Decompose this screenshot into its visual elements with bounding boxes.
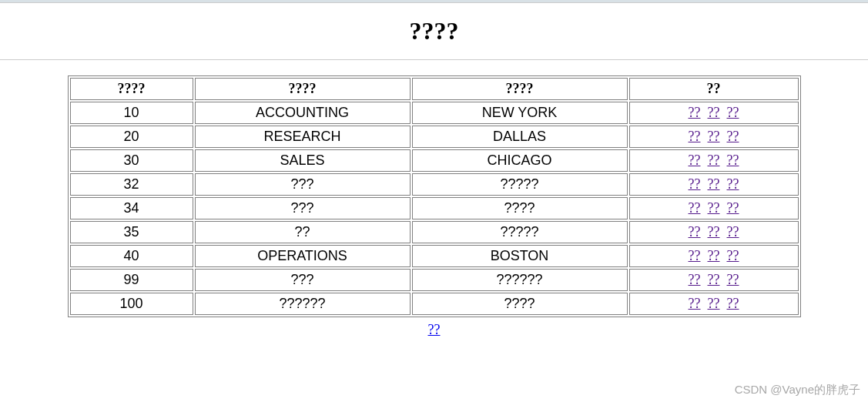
cell-ops: ?? ?? ?? bbox=[629, 245, 799, 267]
op-link-b[interactable]: ?? bbox=[708, 272, 720, 287]
cell-loc: BOSTON bbox=[412, 245, 628, 267]
table-container: ???? ???? ???? ?? 10ACCOUNTINGNEW YORK??… bbox=[0, 75, 868, 317]
op-link-a[interactable]: ?? bbox=[689, 248, 701, 263]
op-link-a[interactable]: ?? bbox=[689, 129, 701, 144]
cell-ops: ?? ?? ?? bbox=[629, 197, 799, 219]
op-link-a[interactable]: ?? bbox=[689, 105, 701, 120]
op-link-a[interactable]: ?? bbox=[689, 176, 701, 192]
op-link-b[interactable]: ?? bbox=[708, 248, 720, 263]
cell-name: RESEARCH bbox=[195, 126, 411, 148]
op-link-c[interactable]: ?? bbox=[727, 105, 739, 120]
op-link-c[interactable]: ?? bbox=[727, 248, 739, 263]
op-link-c[interactable]: ?? bbox=[727, 129, 739, 144]
cell-name: ??? bbox=[195, 173, 411, 196]
cell-name: ?? bbox=[195, 221, 411, 243]
op-link-b[interactable]: ?? bbox=[708, 152, 720, 168]
table-row: 35????????? ?? ?? bbox=[70, 221, 799, 243]
page-title: ???? bbox=[0, 17, 868, 45]
header-name: ???? bbox=[195, 78, 411, 100]
op-link-b[interactable]: ?? bbox=[708, 224, 720, 240]
op-link-b[interactable]: ?? bbox=[708, 129, 720, 144]
cell-loc: ???? bbox=[412, 293, 628, 315]
op-link-a[interactable]: ?? bbox=[689, 152, 701, 168]
cell-name: ??? bbox=[195, 269, 411, 291]
cell-ops: ?? ?? ?? bbox=[629, 221, 799, 243]
cell-loc: DALLAS bbox=[412, 126, 628, 148]
cell-id: 35 bbox=[70, 221, 193, 243]
cell-id: 30 bbox=[70, 149, 193, 172]
op-link-c[interactable]: ?? bbox=[727, 224, 739, 240]
op-link-a[interactable]: ?? bbox=[689, 200, 701, 216]
cell-name: OPERATIONS bbox=[195, 245, 411, 267]
cell-ops: ?? ?? ?? bbox=[629, 126, 799, 148]
cell-loc: NEW YORK bbox=[412, 102, 628, 124]
divider bbox=[0, 59, 868, 60]
table-row: 100???????????? ?? ?? bbox=[70, 293, 799, 315]
header-id: ???? bbox=[70, 78, 193, 100]
cell-ops: ?? ?? ?? bbox=[629, 173, 799, 196]
op-link-b[interactable]: ?? bbox=[708, 296, 720, 311]
table-header-row: ???? ???? ???? ?? bbox=[70, 78, 799, 100]
op-link-a[interactable]: ?? bbox=[689, 296, 701, 311]
op-link-c[interactable]: ?? bbox=[727, 272, 739, 287]
cell-name: ??? bbox=[195, 197, 411, 219]
table-row: 34????????? ?? ?? bbox=[70, 197, 799, 219]
cell-id: 20 bbox=[70, 126, 193, 148]
table-row: 32?????????? ?? ?? bbox=[70, 173, 799, 196]
cell-name: ACCOUNTING bbox=[195, 102, 411, 124]
cell-ops: ?? ?? ?? bbox=[629, 102, 799, 124]
table-row: 30SALESCHICAGO?? ?? ?? bbox=[70, 149, 799, 172]
op-link-b[interactable]: ?? bbox=[708, 105, 720, 120]
cell-id: 100 bbox=[70, 293, 193, 315]
bottom-link-container: ?? bbox=[0, 322, 868, 338]
op-link-a[interactable]: ?? bbox=[689, 224, 701, 240]
header-ops: ?? bbox=[629, 78, 799, 100]
op-link-c[interactable]: ?? bbox=[727, 296, 739, 311]
cell-loc: CHICAGO bbox=[412, 149, 628, 172]
cell-id: 99 bbox=[70, 269, 193, 291]
cell-ops: ?? ?? ?? bbox=[629, 149, 799, 172]
cell-loc: ?????? bbox=[412, 269, 628, 291]
cell-loc: ????? bbox=[412, 173, 628, 196]
cell-id: 40 bbox=[70, 245, 193, 267]
cell-name: SALES bbox=[195, 149, 411, 172]
cell-id: 10 bbox=[70, 102, 193, 124]
header-loc: ???? bbox=[412, 78, 628, 100]
cell-ops: ?? ?? ?? bbox=[629, 293, 799, 315]
op-link-c[interactable]: ?? bbox=[727, 200, 739, 216]
bottom-link[interactable]: ?? bbox=[428, 322, 441, 337]
op-link-c[interactable]: ?? bbox=[727, 176, 739, 192]
dept-table: ???? ???? ???? ?? 10ACCOUNTINGNEW YORK??… bbox=[68, 75, 801, 317]
table-row: 99??????????? ?? ?? bbox=[70, 269, 799, 291]
cell-name: ?????? bbox=[195, 293, 411, 315]
cell-ops: ?? ?? ?? bbox=[629, 269, 799, 291]
cell-loc: ????? bbox=[412, 221, 628, 243]
op-link-b[interactable]: ?? bbox=[708, 200, 720, 216]
table-row: 10ACCOUNTINGNEW YORK?? ?? ?? bbox=[70, 102, 799, 124]
window-top-border bbox=[0, 0, 868, 3]
op-link-b[interactable]: ?? bbox=[708, 176, 720, 192]
cell-id: 34 bbox=[70, 197, 193, 219]
table-row: 20RESEARCHDALLAS?? ?? ?? bbox=[70, 126, 799, 148]
op-link-c[interactable]: ?? bbox=[727, 152, 739, 168]
op-link-a[interactable]: ?? bbox=[689, 272, 701, 287]
table-row: 40OPERATIONSBOSTON?? ?? ?? bbox=[70, 245, 799, 267]
cell-loc: ???? bbox=[412, 197, 628, 219]
cell-id: 32 bbox=[70, 173, 193, 196]
